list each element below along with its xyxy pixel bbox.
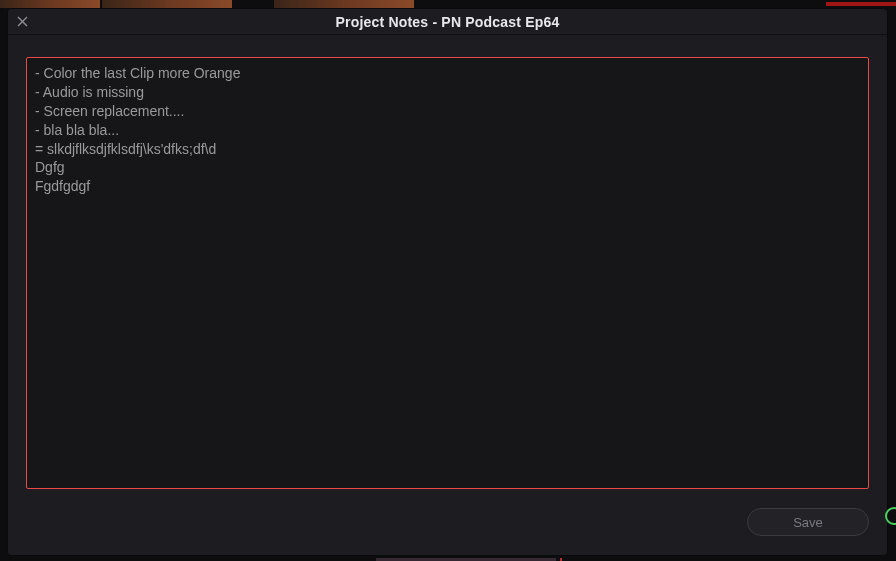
close-icon <box>17 15 28 29</box>
save-button[interactable]: Save <box>747 508 869 536</box>
notes-textarea[interactable] <box>26 57 869 489</box>
modal-title: Project Notes - PN Podcast Ep64 <box>8 14 887 30</box>
close-button[interactable] <box>14 14 30 30</box>
thumbnail-strip <box>0 0 896 8</box>
clip-thumbnail <box>0 0 100 8</box>
button-row: Save <box>26 489 869 536</box>
clip-thumbnail <box>102 0 232 8</box>
modal-content: Save <box>8 35 887 555</box>
clip-thumbnail <box>274 0 414 8</box>
modal-titlebar: Project Notes - PN Podcast Ep64 <box>8 9 887 35</box>
project-notes-modal: Project Notes - PN Podcast Ep64 Save <box>7 8 888 556</box>
timeline-marker <box>826 2 896 6</box>
cursor-indicator <box>885 507 896 525</box>
